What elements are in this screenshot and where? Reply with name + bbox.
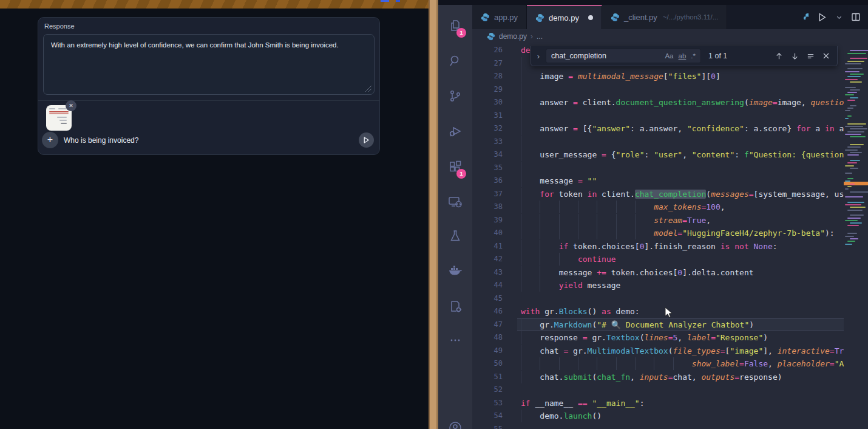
minimap-line: [847, 225, 859, 226]
block-divider: [38, 100, 379, 101]
remote-explorer-button[interactable]: [438, 187, 472, 216]
hidden-tab-python-icon[interactable]: [803, 13, 809, 22]
minimap-line: [847, 154, 859, 156]
tab-demo-py[interactable]: demo.py: [527, 5, 602, 29]
code-line[interactable]: 38 max_tokens=100,: [472, 201, 844, 214]
regex-toggle[interactable]: .*: [691, 52, 696, 60]
code-line[interactable]: 55: [472, 423, 844, 429]
code-line[interactable]: 42 continue: [472, 253, 844, 266]
code-line[interactable]: 37 for token in client.chat_completion(m…: [472, 188, 844, 201]
docker-button[interactable]: [438, 256, 472, 286]
code-line[interactable]: 46with gr.Blocks() as demo:: [472, 305, 844, 318]
code-line[interactable]: 32 answer = [{"answer": a.answer, "confi…: [472, 122, 844, 136]
tab-client-py[interactable]: _client.py ~/.../python3.11/...: [602, 5, 727, 29]
breadcrumb[interactable]: demo.py › ...: [472, 29, 868, 44]
whole-word-toggle[interactable]: ab: [679, 52, 687, 60]
chat-input-text[interactable]: Who is being invoiced?: [64, 136, 138, 145]
code-line[interactable]: 44 yield message: [472, 279, 844, 292]
more-views-button[interactable]: [438, 326, 472, 355]
split-editor-button[interactable]: [851, 12, 861, 22]
code-line[interactable]: 47 gr.Markdown("# 🔍 Document Analyzer Ch…: [472, 318, 844, 332]
remove-image-button[interactable]: ✕: [66, 100, 76, 111]
breadcrumb-file[interactable]: demo.py: [499, 32, 527, 41]
minimap-line: [847, 68, 863, 69]
toggle-replace-chevron-icon[interactable]: ›: [531, 52, 546, 61]
code-line[interactable]: 50 show_label=False, placeholder="Ask a …: [472, 357, 844, 371]
testing-button[interactable]: [438, 221, 472, 250]
close-find-button[interactable]: [822, 52, 830, 60]
account-button[interactable]: [438, 413, 472, 429]
tab-app-py[interactable]: app.py: [472, 5, 527, 29]
minimap-line: [847, 53, 866, 54]
breadcrumb-tail[interactable]: ...: [537, 32, 543, 41]
line-number: 46: [472, 305, 503, 318]
window-sash[interactable]: [429, 0, 438, 429]
code-line[interactable]: 28 image = multimodal_message["files"][0…: [472, 70, 844, 83]
line-number: 37: [472, 188, 503, 201]
next-match-button[interactable]: [791, 52, 799, 60]
code-line[interactable]: 29: [472, 83, 844, 97]
code-line[interactable]: 39 stream=True,: [472, 214, 844, 227]
task-runner-button[interactable]: [438, 292, 472, 321]
find-in-selection-button[interactable]: [807, 52, 815, 60]
minimap-line: [845, 118, 849, 119]
minimap-line: [850, 144, 864, 145]
minimap-line: [847, 61, 864, 62]
tab-bar: app.py demo.py _client.py ~/.../python3.…: [472, 5, 868, 29]
extensions-button[interactable]: 1: [438, 152, 472, 181]
code-line[interactable]: 31: [472, 109, 844, 123]
send-button[interactable]: [359, 132, 374, 148]
code-line[interactable]: 35: [472, 162, 844, 175]
match-case-toggle[interactable]: Aa: [665, 52, 673, 60]
code-line[interactable]: 40 model="HuggingFaceH4/zephyr-7b-beta")…: [472, 227, 844, 240]
minimap-line: [845, 134, 861, 135]
source-control-button[interactable]: [438, 81, 472, 111]
line-number: 51: [472, 371, 503, 384]
previous-match-button[interactable]: [775, 52, 783, 60]
file-gear-icon: [448, 299, 463, 314]
code-line[interactable]: 53if __name__ == "__main__":: [472, 397, 844, 410]
code-editor[interactable]: 26def chat_fn(multimodal_message):27 28 …: [472, 44, 844, 429]
minimap-line: [845, 149, 858, 151]
run-debug-button[interactable]: [438, 117, 472, 146]
explorer-button[interactable]: 1: [438, 11, 472, 40]
resize-handle-icon[interactable]: [365, 85, 372, 92]
code-line[interactable]: 49 chat = gr.MultimodalTextbox(file_type…: [472, 345, 844, 358]
code-line[interactable]: 54 demo.launch(): [472, 410, 844, 423]
python-file-icon: [481, 13, 490, 22]
search-button[interactable]: [438, 46, 472, 75]
code-line[interactable]: 30 answer = client.document_question_ans…: [472, 96, 844, 109]
line-number: 44: [472, 279, 503, 292]
code-text: chat = gr.MultimodalTextbox(file_types=[…: [521, 345, 844, 358]
line-number: 45: [472, 292, 503, 306]
code-line[interactable]: 48 response = gr.Textbox(lines=5, label=…: [472, 331, 844, 345]
code-line[interactable]: 52: [472, 383, 844, 397]
code-line[interactable]: 34 user_message = {"role": "user", "cont…: [472, 148, 844, 162]
code-line[interactable]: 45: [472, 292, 844, 306]
code-line[interactable]: 43 message += token.choices[0].delta.con…: [472, 266, 844, 280]
mouse-cursor: [665, 307, 674, 319]
minimap-line: [850, 105, 856, 106]
add-file-button[interactable]: +: [42, 132, 58, 148]
minimap-line: [850, 214, 864, 216]
line-number: 35: [472, 162, 503, 175]
code-text: for token in client.chat_completion(mess…: [521, 188, 844, 201]
line-number: 34: [472, 148, 503, 162]
find-input[interactable]: chat_completion Aa ab .*: [546, 49, 701, 63]
minimap[interactable]: [844, 44, 868, 429]
find-query[interactable]: chat_completion: [546, 52, 665, 60]
code-line[interactable]: 41 if token.choices[0].finish_reason is …: [472, 240, 844, 253]
minimap-line: [847, 233, 857, 234]
minimap-line: [845, 79, 858, 80]
code-line[interactable]: 36 message = "": [472, 174, 844, 188]
run-python-file-button[interactable]: [817, 12, 827, 22]
search-match[interactable]: chat_completion: [635, 190, 706, 199]
unsaved-dot-icon[interactable]: [588, 15, 593, 20]
code-line[interactable]: 51 chat.submit(chat_fn, inputs=chat, out…: [472, 371, 844, 384]
line-number: 52: [472, 383, 503, 397]
run-dropdown-chevron-icon[interactable]: [836, 14, 843, 21]
code-line[interactable]: 33: [472, 136, 844, 149]
minimap-line: [847, 186, 852, 187]
response-textarea[interactable]: With an extremely high level of confiden…: [43, 34, 375, 95]
minimap-line: [847, 241, 855, 242]
